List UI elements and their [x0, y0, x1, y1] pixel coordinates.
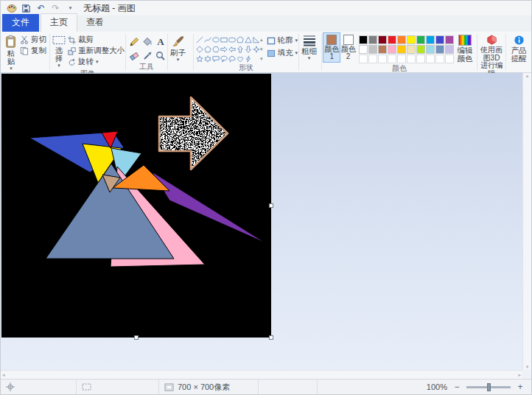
shape-line[interactable]	[195, 35, 203, 44]
brushes-button[interactable]: 刷子 ▾	[169, 33, 186, 72]
color1-button[interactable]: 颜色 1	[323, 33, 340, 62]
palette-color[interactable]	[407, 35, 416, 44]
shape-triangle[interactable]	[244, 35, 252, 44]
size-button[interactable]: 粗细 ▾	[301, 33, 318, 72]
magnifier-tool-button[interactable]	[154, 49, 167, 63]
canvas[interactable]	[1, 74, 271, 338]
paste-button[interactable]: 粘贴 ▾	[4, 33, 18, 72]
horizontal-scrollbar[interactable]: ◂ ▸	[1, 370, 522, 379]
tab-file[interactable]: 文件	[2, 14, 39, 32]
shape-callout-oval[interactable]	[220, 54, 228, 63]
palette-color[interactable]	[445, 55, 454, 63]
palette-color[interactable]	[397, 55, 406, 63]
shape-curve[interactable]	[203, 35, 211, 44]
crop-icon	[68, 36, 76, 44]
shape-pentagon[interactable]	[203, 44, 211, 54]
shape-star-5[interactable]	[195, 54, 203, 63]
palette-color[interactable]	[397, 35, 406, 44]
edit-with-paint3d-button[interactable]: 使用画图3D进行编辑	[479, 33, 504, 79]
palette-color[interactable]	[445, 45, 454, 54]
shape-rounded-rectangle[interactable]	[228, 35, 236, 44]
palette-color[interactable]	[368, 35, 377, 44]
zoom-in-button[interactable]: +	[515, 382, 525, 391]
palette-color[interactable]	[416, 45, 425, 54]
crop-button[interactable]: 裁剪	[66, 35, 126, 45]
palette-color[interactable]	[388, 45, 396, 54]
shape-star-4[interactable]	[252, 44, 260, 54]
palette-color[interactable]	[407, 45, 416, 54]
shape-heart[interactable]	[236, 54, 244, 63]
palette-color[interactable]	[359, 35, 368, 44]
palette-color[interactable]	[388, 35, 396, 44]
shape-rectangle[interactable]	[220, 35, 228, 44]
customize-quick-access-button[interactable]: ▾	[64, 2, 77, 15]
palette-color[interactable]	[378, 35, 387, 44]
palette-color[interactable]	[368, 45, 377, 54]
palette-color[interactable]	[416, 35, 425, 44]
canvas-resize-handle-right[interactable]	[269, 203, 273, 208]
shape-arrow-right[interactable]	[220, 44, 228, 54]
zoom-slider-thumb[interactable]	[487, 383, 491, 391]
select-button[interactable]: 选择 ▾	[52, 33, 66, 69]
palette-color[interactable]	[426, 35, 435, 44]
shape-arrow-up[interactable]	[236, 44, 244, 54]
palette-color[interactable]	[407, 55, 416, 63]
palette-color[interactable]	[426, 55, 435, 63]
tab-view[interactable]: 查看	[77, 14, 113, 32]
save-button[interactable]	[20, 2, 32, 15]
palette-color[interactable]	[445, 35, 454, 44]
group-shapes: ▴ ▾ ▾ 轮廓 ▾ 填充 ▾ 形状	[194, 32, 298, 72]
palette-color[interactable]	[388, 55, 396, 63]
canvas-resize-handle-corner[interactable]	[269, 335, 273, 340]
fill-tool-button[interactable]	[141, 35, 154, 49]
shapes-expand-button[interactable]: ▾	[260, 54, 263, 63]
eraser-tool-button[interactable]	[127, 49, 141, 63]
cut-button[interactable]: 剪切	[18, 35, 48, 45]
fill-button[interactable]: 填充 ▾	[265, 48, 300, 58]
palette-color[interactable]	[378, 45, 387, 54]
copy-button[interactable]: 复制	[18, 46, 48, 56]
palette-color[interactable]	[359, 55, 368, 63]
shape-diamond[interactable]	[195, 44, 203, 54]
shapes-scroll-down-button[interactable]: ▾	[260, 44, 263, 54]
palette-color[interactable]	[359, 45, 368, 54]
palette-color[interactable]	[368, 55, 377, 63]
palette-color[interactable]	[426, 45, 435, 54]
color-picker-tool-button[interactable]	[141, 49, 154, 63]
shape-oval[interactable]	[211, 35, 220, 44]
shape-hexagon[interactable]	[211, 44, 220, 54]
palette-color[interactable]	[378, 55, 387, 63]
shape-callout-cloud[interactable]	[228, 54, 236, 63]
rotate-button[interactable]: 旋转 ▾	[66, 57, 126, 67]
shape-right-triangle[interactable]	[252, 35, 260, 44]
resize-button[interactable]: 重新调整大小	[66, 46, 126, 56]
canvas-drawing	[1, 74, 271, 338]
tab-home[interactable]: 主页	[41, 13, 77, 32]
palette-color[interactable]	[416, 55, 425, 63]
shape-arrow-left[interactable]	[228, 44, 236, 54]
shape-callout-rounded[interactable]	[211, 54, 220, 63]
zoom-slider[interactable]	[466, 386, 511, 388]
palette-color[interactable]	[435, 55, 444, 63]
redo-button[interactable]: ↷	[49, 2, 62, 15]
text-tool-button[interactable]: A	[154, 35, 167, 49]
edit-colors-button[interactable]: 编辑颜色	[455, 33, 475, 64]
palette-color[interactable]	[435, 35, 444, 44]
selection-size-icon	[82, 383, 91, 391]
undo-button[interactable]: ↶	[35, 2, 47, 15]
color2-button[interactable]: 颜色 2	[340, 33, 356, 62]
pencil-tool-button[interactable]	[127, 35, 141, 49]
shape-polygon[interactable]	[236, 35, 244, 44]
shape-lightning[interactable]	[244, 54, 252, 63]
chevron-down-icon: ▾	[177, 57, 180, 62]
product-alerts-button[interactable]: 产品提醒	[508, 33, 530, 72]
zoom-out-button[interactable]: −	[452, 382, 462, 391]
outline-button[interactable]: 轮廓 ▾	[265, 35, 300, 46]
palette-color[interactable]	[435, 45, 444, 54]
canvas-resize-handle-bottom[interactable]	[134, 335, 139, 340]
shape-arrow-down[interactable]	[244, 44, 252, 54]
palette-color[interactable]	[397, 45, 406, 54]
vertical-scrollbar[interactable]: ▴ ▾	[522, 73, 531, 370]
shape-star-6[interactable]	[203, 54, 211, 63]
shapes-scroll-up-button[interactable]: ▴	[260, 35, 263, 44]
